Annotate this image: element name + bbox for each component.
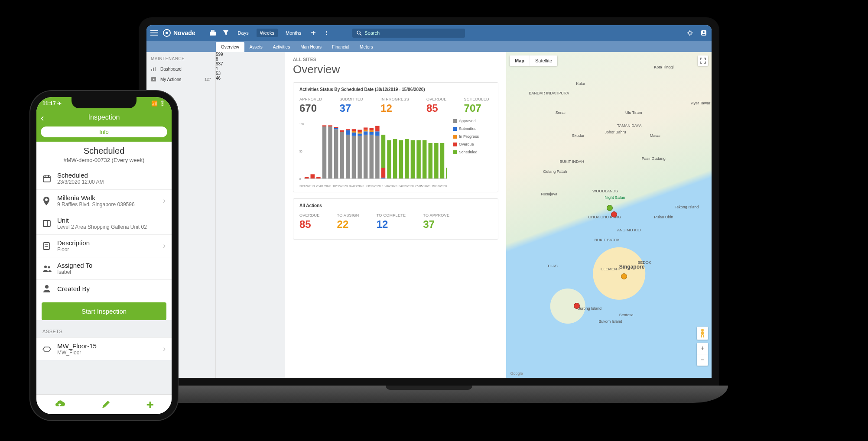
svg-rect-32 — [352, 129, 356, 131]
map-canvas[interactable]: Map Satellite + − SingaporeJohor BahruPa… — [506, 52, 712, 378]
tab-overview[interactable]: Overview — [216, 42, 244, 52]
kpi-value: 22 — [337, 218, 359, 230]
svg-rect-46 — [375, 131, 380, 136]
svg-rect-36 — [358, 130, 362, 132]
back-icon[interactable]: ‹ — [41, 113, 44, 124]
kpi-scheduled: SCHEDULED707 — [464, 97, 489, 114]
seg-months[interactable]: Months — [282, 29, 305, 37]
map-label: Johor Bahru — [605, 130, 626, 134]
row-subtitle: Isabel — [57, 269, 92, 275]
detail-row-millenia-walk[interactable]: Millenia Walk9 Raffles Blvd, Singapore 0… — [36, 189, 172, 212]
map-panel: Map Satellite + − SingaporeJohor BahruPa… — [506, 52, 712, 378]
svg-rect-9 — [155, 67, 156, 71]
brand-logo-icon — [163, 29, 171, 37]
svg-rect-8 — [153, 68, 154, 71]
asset-row[interactable]: MW_Floor-15 MW_Floor › — [36, 337, 172, 360]
map-label: Pulau Ubin — [654, 215, 673, 219]
map-label: Nusajaya — [541, 192, 558, 196]
svg-rect-31 — [352, 131, 356, 133]
tab-activities[interactable]: Activities — [268, 42, 295, 52]
menu-icon[interactable] — [150, 29, 159, 37]
search-input[interactable] — [364, 30, 461, 36]
pegman-icon[interactable] — [697, 327, 708, 340]
kpi-value: 37 — [423, 218, 449, 230]
mini-count[interactable]: 53 — [216, 71, 285, 76]
page-title: Overview — [293, 63, 498, 76]
sidebar-item-dashboard[interactable]: Dashboard — [146, 64, 215, 74]
phone-body[interactable]: Scheduled #MW-demo-00732 (Every week) Sc… — [36, 142, 172, 394]
kpi-to-complete: TO COMPLETE12 — [377, 213, 406, 230]
sidebar-item-label: My Actions — [160, 77, 181, 82]
briefcase-icon[interactable] — [208, 29, 217, 37]
legend-label: Overdue — [459, 142, 474, 146]
tab-assets[interactable]: Assets — [244, 42, 268, 52]
laptop-screen: Novade Days Weeks Months + ⋮ — [139, 17, 719, 386]
search-box[interactable] — [352, 29, 465, 38]
desc-icon — [42, 242, 52, 250]
account-icon[interactable] — [699, 29, 708, 37]
cloud-upload-icon[interactable] — [54, 400, 65, 409]
svg-point-78 — [48, 266, 50, 268]
tab-info[interactable]: Info — [41, 126, 167, 137]
svg-rect-40 — [364, 127, 368, 130]
start-inspection-button[interactable]: Start Inspection — [42, 302, 166, 320]
map-pin[interactable] — [621, 273, 627, 279]
legend-item: Approved — [453, 119, 492, 123]
content-overview: ALL SITES Overview Activities Status By … — [285, 52, 506, 378]
kpi-in-progress: IN PROGRESS12 — [380, 97, 409, 114]
svg-rect-27 — [346, 130, 350, 135]
svg-rect-24 — [340, 132, 345, 179]
mini-count[interactable]: 8 — [216, 57, 285, 62]
sidebar-item-myactions[interactable]: My Actions 127 — [146, 74, 215, 84]
svg-text:50: 50 — [299, 150, 302, 154]
zoom-out-button[interactable]: − — [697, 354, 708, 366]
map-label: Ayer Tawar — [691, 101, 711, 105]
svg-rect-51 — [387, 140, 391, 179]
mini-count[interactable]: 1 — [216, 66, 285, 71]
svg-rect-19 — [328, 126, 332, 179]
detail-row-created-by: Created By — [36, 279, 172, 297]
more-icon[interactable]: ⋮ — [322, 29, 331, 37]
legend-swatch — [453, 143, 457, 146]
seg-weeks[interactable]: Weeks — [257, 29, 278, 37]
svg-rect-73 — [43, 220, 48, 227]
gear-icon[interactable] — [686, 29, 694, 37]
legend-swatch — [453, 150, 457, 154]
tab-meters[interactable]: Meters — [354, 42, 378, 52]
svg-rect-67 — [43, 176, 50, 182]
svg-rect-55 — [411, 140, 415, 179]
map-label: Jurong Island — [578, 306, 601, 311]
map-label: Sentosa — [619, 313, 634, 317]
edit-icon[interactable] — [101, 400, 111, 409]
fullscreen-icon[interactable] — [698, 55, 708, 66]
tab-manhours[interactable]: Man Hours — [295, 42, 327, 52]
people-icon — [42, 265, 52, 272]
map-type-satellite[interactable]: Satellite — [530, 55, 557, 66]
map-pin[interactable] — [607, 205, 613, 211]
chart-icon — [151, 66, 157, 71]
map-type-map[interactable]: Map — [510, 55, 530, 66]
kpi-value: 12 — [377, 218, 406, 230]
sidebar-section: MAINTENANCE — [146, 52, 215, 64]
filter-icon[interactable] — [221, 29, 230, 37]
search-icon — [357, 30, 362, 36]
mini-count[interactable]: 599 — [216, 52, 285, 57]
mini-count[interactable]: 937 — [216, 62, 285, 66]
zoom-in-button[interactable]: + — [697, 343, 708, 354]
chevron-right-icon: › — [163, 241, 166, 250]
app-body: MAINTENANCE Dashboard My Actions 127 599… — [146, 52, 712, 378]
svg-rect-33 — [358, 136, 362, 178]
stacked-bar-chart: 050100 30/12/201920/01/202010/02/202002/… — [299, 119, 492, 188]
tab-financial[interactable]: Financial — [327, 42, 354, 52]
map-label: BUKIT BATOK — [595, 238, 620, 242]
kpi-overdue: OVERDUE85 — [299, 213, 320, 230]
detail-row-description[interactable]: DescriptionFloor› — [36, 234, 172, 257]
add-icon[interactable]: + — [146, 397, 154, 412]
status-icons: 📶 🔋 — [151, 101, 166, 107]
map-type-toggle[interactable]: Map Satellite — [510, 55, 557, 66]
mini-count[interactable]: 46 — [216, 76, 285, 81]
seg-days[interactable]: Days — [234, 29, 252, 37]
brand[interactable]: Novade — [163, 29, 195, 37]
svg-rect-21 — [334, 129, 338, 178]
plus-icon[interactable]: + — [309, 29, 318, 37]
